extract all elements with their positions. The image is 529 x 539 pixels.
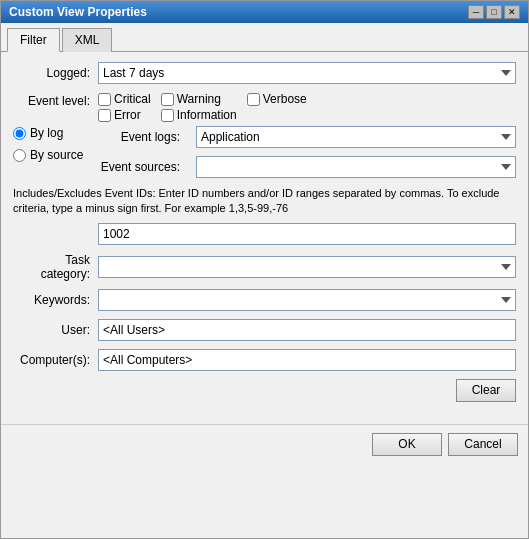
warning-checkbox[interactable] [161, 93, 174, 106]
information-checkbox[interactable] [161, 109, 174, 122]
tab-bar: Filter XML [1, 23, 528, 52]
verbose-checkbox-label[interactable]: Verbose [247, 92, 307, 106]
by-source-label: By source [30, 148, 83, 162]
critical-checkbox-label[interactable]: Critical [98, 92, 151, 106]
window-title: Custom View Properties [9, 5, 147, 19]
ok-cancel-row: OK Cancel [1, 424, 528, 466]
keywords-select-wrapper [98, 289, 516, 311]
task-category-row: Task category: [13, 253, 516, 281]
user-input-wrapper [98, 319, 516, 341]
tab-filter[interactable]: Filter [7, 28, 60, 52]
event-level-label: Event level: [13, 92, 98, 108]
warning-checkbox-label[interactable]: Warning [161, 92, 237, 106]
clear-button[interactable]: Clear [456, 379, 516, 402]
event-id-row [13, 223, 516, 245]
log-source-section: By log By source Event logs: Application… [13, 126, 516, 178]
error-checkbox[interactable] [98, 109, 111, 122]
event-logs-label: Event logs: [98, 130, 188, 144]
title-bar-buttons: ─ □ ✕ [468, 5, 520, 19]
user-label: User: [13, 323, 98, 337]
radio-column: By log By source [13, 126, 98, 162]
by-log-radio-label[interactable]: By log [13, 126, 94, 140]
logged-select-wrapper: Last 7 days Last hour Last 12 hours Last… [98, 62, 516, 84]
task-category-select-wrapper [98, 256, 516, 278]
logged-select[interactable]: Last 7 days Last hour Last 12 hours Last… [98, 62, 516, 84]
event-logs-select-wrapper: Application System Security [196, 126, 516, 148]
event-id-input[interactable] [98, 223, 516, 245]
tab-xml[interactable]: XML [62, 28, 113, 52]
maximize-button[interactable]: □ [486, 5, 502, 19]
user-input[interactable] [98, 319, 516, 341]
computer-row: Computer(s): [13, 349, 516, 371]
logged-label: Logged: [13, 66, 98, 80]
warning-label: Warning [177, 92, 221, 106]
keywords-select[interactable] [98, 289, 516, 311]
event-level-checkboxes: Critical Warning Verbose Error Informati… [98, 92, 307, 122]
by-log-radio[interactable] [13, 127, 26, 140]
cancel-button[interactable]: Cancel [448, 433, 518, 456]
by-source-radio-label[interactable]: By source [13, 148, 94, 162]
keywords-label: Keywords: [13, 293, 98, 307]
by-source-radio[interactable] [13, 149, 26, 162]
information-label: Information [177, 108, 237, 122]
event-sources-select-wrapper [196, 156, 516, 178]
event-sources-select[interactable] [196, 156, 516, 178]
computer-input[interactable] [98, 349, 516, 371]
log-source-controls: Event logs: Application System Security … [98, 126, 516, 178]
clear-button-row: Clear [13, 379, 516, 402]
filter-content: Logged: Last 7 days Last hour Last 12 ho… [1, 52, 528, 420]
error-label: Error [114, 108, 141, 122]
minimize-button[interactable]: ─ [468, 5, 484, 19]
event-sources-row: Event sources: [98, 156, 516, 178]
logged-row: Logged: Last 7 days Last hour Last 12 ho… [13, 62, 516, 84]
task-category-label: Task category: [13, 253, 98, 281]
window: Custom View Properties ─ □ ✕ Filter XML … [0, 0, 529, 539]
event-logs-select[interactable]: Application System Security [196, 126, 516, 148]
title-bar: Custom View Properties ─ □ ✕ [1, 1, 528, 23]
by-log-label: By log [30, 126, 63, 140]
event-logs-row: Event logs: Application System Security [98, 126, 516, 148]
user-row: User: [13, 319, 516, 341]
error-checkbox-label[interactable]: Error [98, 108, 151, 122]
verbose-checkbox[interactable] [247, 93, 260, 106]
event-sources-label: Event sources: [98, 160, 188, 174]
critical-label: Critical [114, 92, 151, 106]
verbose-label: Verbose [263, 92, 307, 106]
ok-button[interactable]: OK [372, 433, 442, 456]
task-category-select[interactable] [98, 256, 516, 278]
information-checkbox-label[interactable]: Information [161, 108, 237, 122]
computer-input-wrapper [98, 349, 516, 371]
keywords-row: Keywords: [13, 289, 516, 311]
hint-text: Includes/Excludes Event IDs: Enter ID nu… [13, 186, 516, 217]
computer-label: Computer(s): [13, 353, 98, 367]
critical-checkbox[interactable] [98, 93, 111, 106]
close-button[interactable]: ✕ [504, 5, 520, 19]
event-level-row: Event level: Critical Warning Verbose Er… [13, 92, 516, 122]
